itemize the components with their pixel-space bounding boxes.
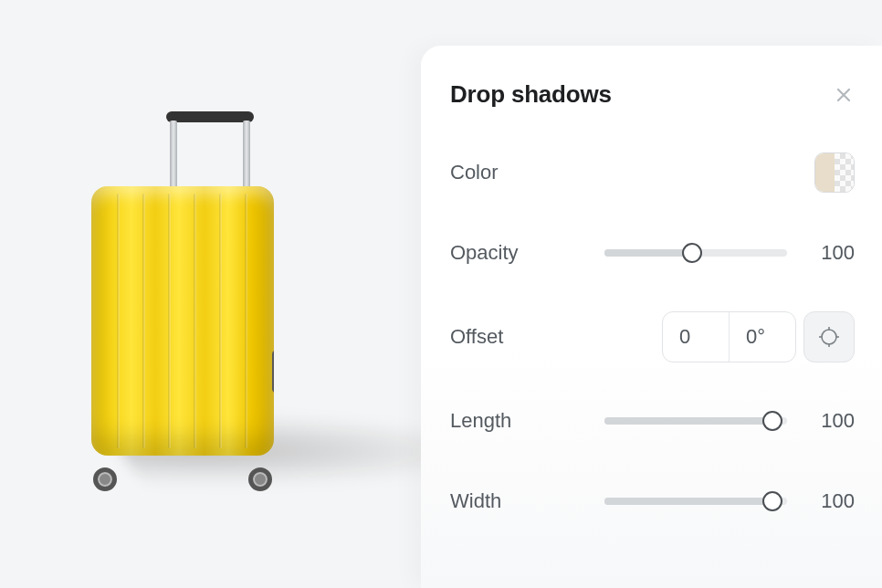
color-swatch[interactable] <box>814 152 855 193</box>
length-row: Length 100 <box>450 399 855 443</box>
panel-title: Drop shadows <box>450 80 612 109</box>
offset-target-button[interactable] <box>803 311 855 362</box>
opacity-slider-thumb[interactable] <box>682 243 702 263</box>
suitcase-wheel <box>89 464 121 495</box>
width-slider-thumb[interactable] <box>762 491 782 511</box>
suitcase-body <box>91 186 274 456</box>
length-slider[interactable] <box>604 409 787 433</box>
suitcase-handle-rod <box>170 121 177 190</box>
length-label: Length <box>450 409 511 433</box>
color-label: Color <box>450 161 499 184</box>
length-value: 100 <box>813 409 855 433</box>
svg-point-0 <box>822 330 836 344</box>
offset-label: Offset <box>450 325 503 349</box>
panel-header: Drop shadows <box>450 80 855 109</box>
suitcase-handle-rod <box>243 121 250 190</box>
offset-angle-input[interactable]: 0° <box>730 312 795 362</box>
width-label: Width <box>450 489 501 513</box>
opacity-slider[interactable] <box>604 241 787 265</box>
offset-row: Offset 0 0° <box>450 311 855 362</box>
suitcase-side-handle <box>272 351 274 393</box>
suitcase-handle-bar <box>166 111 254 122</box>
suitcase-wheel <box>245 464 276 495</box>
opacity-value: 100 <box>813 241 855 265</box>
width-slider[interactable] <box>604 489 787 513</box>
drop-shadows-panel: Drop shadows Color Opacity 100 Offset <box>421 46 882 588</box>
product-preview <box>91 111 329 495</box>
length-slider-thumb[interactable] <box>762 411 782 431</box>
opacity-row: Opacity 100 <box>450 231 855 275</box>
opacity-label: Opacity <box>450 241 519 265</box>
color-row: Color <box>450 151 855 194</box>
color-swatch-solid <box>815 153 835 192</box>
width-value: 100 <box>813 489 855 513</box>
offset-inputs: 0 0° <box>662 311 796 362</box>
offset-distance-input[interactable]: 0 <box>663 312 729 362</box>
color-swatch-transparency-icon <box>835 153 854 192</box>
close-icon[interactable] <box>833 84 855 106</box>
crosshair-icon <box>818 326 840 348</box>
width-row: Width 100 <box>450 479 855 523</box>
